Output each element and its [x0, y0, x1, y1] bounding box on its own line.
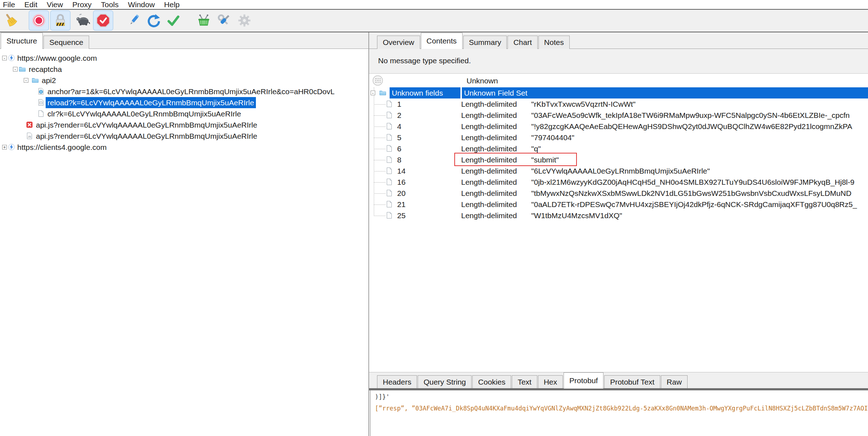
braces-doc-icon: {}	[37, 99, 45, 106]
settings-button[interactable]	[234, 10, 254, 31]
tab-sequence[interactable]: Sequence	[43, 36, 89, 49]
doc-icon	[386, 201, 393, 208]
viewer-tab-cookies[interactable]: Cookies	[472, 375, 511, 389]
repeat-button[interactable]	[143, 10, 164, 31]
preview-line-1: )]}'	[375, 393, 390, 400]
field-value: "797404404"	[531, 132, 574, 143]
field-value: "6LcVYwlqAAAAAL0eGyLRnmbBmqUmjix5uAeRIrl…	[531, 165, 710, 176]
menu-item-help[interactable]: Help	[164, 0, 180, 9]
protobuf-row[interactable]: 6Length-delimited"q"	[369, 143, 868, 154]
field-number: 5	[397, 132, 401, 143]
protobuf-column-header: Unknown	[467, 74, 498, 88]
collapse-expander[interactable]: -	[371, 91, 375, 95]
protobuf-row[interactable]: 5Length-delimited"797404404"	[369, 132, 868, 143]
raw-preview-pane[interactable]: )]}' [”rresp”, ”03AFcWeA7i_Dk8SpQ4uN4KXa…	[370, 390, 868, 436]
field-type: Length-delimited	[461, 110, 517, 121]
tree-connector-stub	[374, 138, 386, 138]
field-value: "W1tbMzU4MzcsMV1dXQ"	[531, 210, 622, 221]
viewer-tab-query-string[interactable]: Query String	[418, 375, 472, 389]
protobuf-row[interactable]: 8Length-delimited"submit"	[369, 154, 868, 165]
folder-icon	[19, 65, 26, 73]
menu-item-window[interactable]: Window	[128, 0, 155, 9]
viewer-tab-text[interactable]: Text	[512, 375, 537, 389]
protobuf-row[interactable]: 25Length-delimited"W1tbMzU4MzcsMV1dXQ"	[369, 210, 868, 221]
contents-panel: OverviewContentsSummaryChartNotes No mes…	[369, 32, 868, 436]
highlight-annotation-box	[454, 153, 577, 166]
compose-button[interactable]	[124, 10, 144, 31]
tree-connector-stub	[374, 127, 386, 127]
field-type: Length-delimited	[461, 98, 517, 110]
protobuf-row[interactable]: 1Length-delimited"rKbTvxTxwcw5VqzrtN-ICw…	[369, 98, 868, 110]
turtle-icon	[75, 13, 90, 28]
doc-icon	[386, 156, 393, 163]
message-bar: No message type specified.	[369, 49, 868, 74]
collapse-expander[interactable]: -	[13, 67, 18, 72]
tree-item[interactable]: +https://clients4.google.com	[0, 142, 368, 153]
field-number: 14	[397, 165, 405, 176]
clear-session-button[interactable]	[1, 10, 21, 31]
menu-item-file[interactable]: File	[3, 0, 15, 9]
doc-icon	[37, 110, 45, 117]
collapse-expander[interactable]: -	[2, 56, 7, 60]
folder-icon	[379, 89, 386, 96]
basket-tools-button[interactable]	[194, 10, 214, 31]
menu-item-edit[interactable]: Edit	[24, 0, 37, 9]
tree-item[interactable]: clr?k=6LcVYwlqAAAAAL0eGyLRnmbBmqUmjix5uA…	[0, 108, 368, 119]
tree-item[interactable]: anchor?ar=1&k=6LcVYwlqAAAAAL0eGyLRnmbBmq…	[0, 86, 368, 97]
panel-divider[interactable]	[368, 32, 369, 436]
tree-item-label: api.js?render=6LcVYwlqAAAAAL0eGyLRnmbBmq…	[34, 130, 259, 142]
record-button[interactable]	[29, 10, 49, 31]
right-tab-bar: OverviewContentsSummaryChartNotes	[369, 32, 868, 49]
wrench-screwdriver-icon	[216, 13, 231, 28]
viewer-tab-hex[interactable]: Hex	[538, 375, 563, 389]
tab-notes[interactable]: Notes	[538, 36, 570, 49]
expand-expander[interactable]: +	[2, 145, 7, 150]
protobuf-row[interactable]: 14Length-delimited"6LcVYwlqAAAAAL0eGyLRn…	[369, 165, 868, 176]
doc-icon	[386, 178, 393, 185]
field-value: "rKbTvxTxwcw5VqzrtN-ICwWt"	[531, 98, 635, 110]
viewer-tab-protobuf[interactable]: Protobuf	[564, 372, 603, 389]
tab-contents[interactable]: Contents	[421, 33, 463, 49]
check-icon	[166, 13, 181, 28]
viewer-tab-headers[interactable]: Headers	[377, 375, 417, 389]
preview-line-2: [”rresp”, ”03AFcWeA7i_Dk8SpQ4uN4KXaFmu4d…	[375, 405, 868, 412]
doc-icon	[386, 212, 393, 219]
viewer-tab-raw[interactable]: Raw	[661, 375, 688, 389]
tree-item[interactable]: -api2	[0, 75, 368, 86]
viewer-tab-protobuf-text[interactable]: Protobuf Text	[604, 375, 660, 389]
protobuf-root-row[interactable]: - Unknown fields Unknown Field Set	[369, 87, 868, 98]
tree-item[interactable]: -recaptcha	[0, 64, 368, 75]
tree-connector-stub	[374, 193, 386, 194]
request-tree: -https://www.google.com-recaptcha-api2an…	[0, 49, 368, 436]
protobuf-row[interactable]: 16Length-delimited"0jb-xl21M6wzyyKdGZ00j…	[369, 176, 868, 188]
protobuf-row[interactable]: 20Length-delimited"tbMywxNzQsNzkwXSxbMSw…	[369, 188, 868, 199]
tab-structure[interactable]: Structure	[1, 33, 43, 49]
validate-button[interactable]	[163, 10, 183, 31]
field-value: "tbMywxNzQsNzkwXSxbMSwwLDk2NV1dLG51bGwsW…	[531, 188, 851, 199]
tree-item-label: https://clients4.google.com	[15, 142, 109, 153]
broom-icon	[3, 13, 18, 28]
collapse-expander[interactable]: -	[24, 78, 28, 83]
menu-item-proxy[interactable]: Proxy	[72, 0, 92, 9]
throttling-button[interactable]	[73, 10, 93, 31]
breakpoints-button[interactable]	[93, 10, 113, 31]
protobuf-row[interactable]: 21Length-delimited"0aALD7ETk-rDPESwQc7Mv…	[369, 199, 868, 210]
field-type: Length-delimited	[461, 188, 517, 199]
protobuf-row[interactable]: 4Length-delimited"!y82gzcgKAAQeAeEabQEHe…	[369, 121, 868, 132]
tab-chart[interactable]: Chart	[508, 36, 537, 49]
tree-item[interactable]: {}reload?k=6LcVYwlqAAAAAL0eGyLRnmbBmqUmj…	[0, 97, 368, 108]
field-type: Length-delimited	[461, 165, 517, 176]
toolbox-button[interactable]	[214, 10, 234, 31]
tree-item[interactable]: api.js?render=6LcVYwlqAAAAAL0eGyLRnmbBmq…	[0, 119, 368, 130]
tree-item[interactable]: -https://www.google.com	[0, 52, 368, 64]
field-type: Length-delimited	[461, 176, 517, 188]
ssl-proxying-button[interactable]	[50, 10, 70, 31]
tree-item-label: anchor?ar=1&k=6LcVYwlqAAAAAL0eGyLRnmbBmq…	[46, 86, 336, 97]
tab-overview[interactable]: Overview	[377, 36, 420, 49]
protobuf-row[interactable]: 2Length-delimited"03AFcWeA5o9cWfk_tekIpf…	[369, 110, 868, 121]
menu-item-view[interactable]: View	[47, 0, 63, 9]
tree-item[interactable]: JSapi.js?render=6LcVYwlqAAAAAL0eGyLRnmbB…	[0, 130, 368, 142]
menu-item-tools[interactable]: Tools	[101, 0, 119, 9]
lightning-icon	[8, 54, 15, 61]
tab-summary[interactable]: Summary	[463, 36, 507, 49]
